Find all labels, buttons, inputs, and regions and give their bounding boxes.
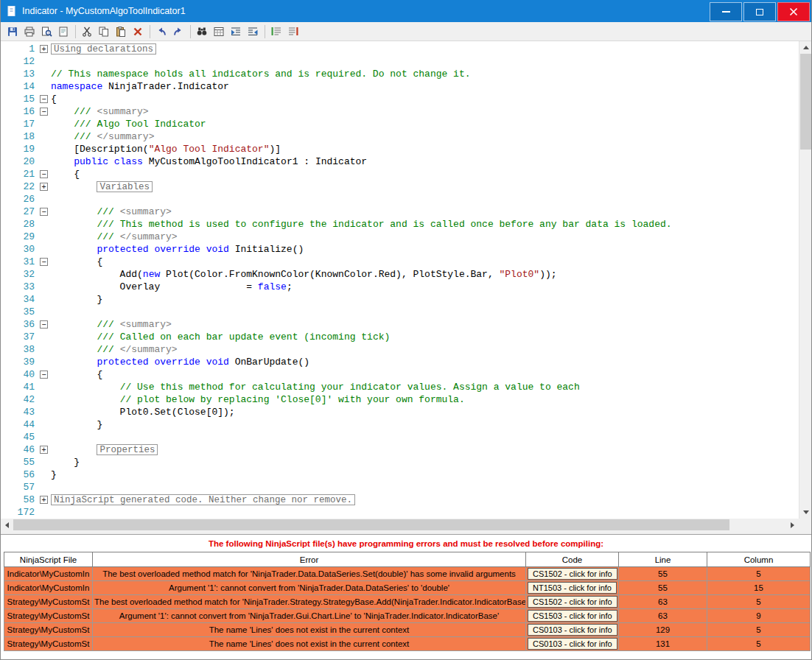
indent-button[interactable] bbox=[228, 24, 244, 40]
line-number: 32 bbox=[1, 268, 39, 281]
fold-collapse-icon[interactable]: − bbox=[40, 170, 48, 178]
line-number: 57 bbox=[1, 481, 39, 494]
close-button[interactable] bbox=[777, 2, 810, 21]
delete-button[interactable] bbox=[130, 24, 146, 40]
find-in-files-button[interactable] bbox=[211, 24, 227, 40]
scroll-left-button[interactable] bbox=[1, 519, 13, 531]
code-line: 14namespace NinjaTrader.Indicator bbox=[1, 80, 799, 93]
down-arrow-icon bbox=[803, 510, 809, 514]
fold-collapse-icon[interactable]: − bbox=[40, 108, 48, 116]
paste-button[interactable] bbox=[113, 24, 129, 40]
save-button[interactable] bbox=[4, 24, 21, 40]
code-line: 39 protected override void OnBarUpdate() bbox=[1, 356, 799, 368]
title-bar[interactable]: Indicator - MyCustomAlgoToolIndicator1 bbox=[1, 0, 811, 22]
line-number: 31 bbox=[1, 256, 39, 268]
scroll-down-button[interactable] bbox=[799, 506, 812, 519]
error-row[interactable]: Strategy\MyCustomStThe name 'Lines' does… bbox=[4, 623, 811, 637]
code-line: 31− { bbox=[1, 256, 799, 268]
window-controls bbox=[708, 2, 810, 21]
fold-collapse-icon[interactable]: − bbox=[40, 95, 48, 103]
horizontal-scrollbar-thumb[interactable] bbox=[13, 519, 729, 530]
copy-icon bbox=[98, 26, 110, 38]
fold-margin bbox=[39, 293, 51, 306]
fold-collapse-icon[interactable]: − bbox=[40, 371, 48, 379]
undo-button[interactable] bbox=[153, 24, 169, 40]
line-number: 41 bbox=[1, 381, 39, 393]
minimize-button[interactable] bbox=[710, 2, 742, 21]
horizontal-scrollbar[interactable] bbox=[1, 519, 799, 531]
fold-collapse-icon[interactable]: − bbox=[40, 258, 48, 266]
error-row[interactable]: Strategy\MyCustomStArgument '1': cannot … bbox=[4, 609, 811, 623]
copy-button[interactable] bbox=[96, 24, 112, 40]
error-column-cell: 5 bbox=[707, 567, 811, 581]
error-code-button[interactable]: CS1502 - click for info bbox=[528, 568, 617, 580]
error-code-button[interactable]: CS0103 - click for info bbox=[528, 624, 617, 636]
comment-button[interactable] bbox=[268, 24, 284, 40]
code-line: 21− { bbox=[1, 168, 799, 180]
code-text: // This namespace holds all indicators a… bbox=[51, 68, 471, 80]
code-text: /// Algo Tool Indicator bbox=[51, 118, 206, 130]
error-row[interactable]: Strategy\MyCustomStThe name 'Lines' does… bbox=[4, 637, 811, 651]
error-file-cell: Strategy\MyCustomSt bbox=[4, 637, 93, 651]
error-code-button[interactable]: CS0103 - click for info bbox=[528, 638, 617, 650]
fold-expand-icon[interactable]: + bbox=[40, 45, 48, 53]
vertical-scrollbar-thumb[interactable] bbox=[800, 54, 811, 150]
editor-zone: 1+Using declarations1213// This namespac… bbox=[1, 41, 811, 519]
column-header-code: Code bbox=[526, 552, 619, 567]
fold-expand-icon[interactable]: + bbox=[40, 446, 48, 454]
code-text: /// This method is used to configure the… bbox=[51, 218, 672, 231]
collapsed-region[interactable]: Using declarations bbox=[51, 43, 156, 55]
fold-margin bbox=[39, 281, 51, 293]
fold-margin bbox=[39, 143, 51, 155]
error-code-button[interactable]: NT1503 - click for info bbox=[528, 582, 617, 594]
error-row[interactable]: Strategy\MyCustomStThe best overloaded m… bbox=[4, 595, 811, 609]
error-file-cell: Indicator\MyCustomIn bbox=[4, 581, 93, 595]
up-arrow-icon bbox=[803, 46, 809, 49]
fold-margin bbox=[39, 243, 51, 256]
code-line: 1+Using declarations bbox=[1, 43, 799, 55]
error-code-button[interactable]: CS1502 - click for info bbox=[528, 596, 617, 608]
fold-margin: + bbox=[39, 180, 51, 193]
find-button[interactable] bbox=[194, 24, 210, 40]
maximize-button[interactable] bbox=[743, 2, 776, 21]
collapsed-region[interactable]: Variables bbox=[97, 181, 153, 192]
toolbar bbox=[1, 22, 811, 41]
scroll-up-button[interactable] bbox=[799, 41, 812, 54]
code-text: Using declarations bbox=[51, 43, 156, 55]
code-line: 40− { bbox=[1, 368, 799, 381]
line-number: 29 bbox=[1, 231, 39, 243]
uncomment-button[interactable] bbox=[285, 24, 301, 40]
error-code-cell: CS0103 - click for info bbox=[526, 623, 619, 637]
code-text: [Description("Algo Tool Indicator")] bbox=[51, 143, 281, 155]
page-setup-button[interactable] bbox=[55, 24, 71, 40]
cut-button[interactable] bbox=[79, 24, 95, 40]
close-icon bbox=[789, 7, 798, 16]
error-code-button[interactable]: CS1503 - click for info bbox=[528, 610, 617, 622]
print-preview-button[interactable] bbox=[38, 24, 55, 40]
print-button[interactable] bbox=[21, 24, 38, 40]
fold-collapse-icon[interactable]: − bbox=[40, 320, 48, 329]
collapsed-region[interactable]: NinjaScript generated code. Neither chan… bbox=[51, 494, 355, 505]
window: Indicator - MyCustomAlgoToolIndicator1 1… bbox=[0, 0, 812, 660]
error-panel: The following NinjaScript file(s) have p… bbox=[1, 534, 811, 659]
error-column-cell: 9 bbox=[707, 609, 811, 623]
line-number: 14 bbox=[1, 80, 39, 93]
fold-expand-icon[interactable]: + bbox=[40, 496, 48, 504]
code-area[interactable]: 1+Using declarations1213// This namespac… bbox=[1, 41, 799, 519]
collapsed-region[interactable]: Properties bbox=[97, 444, 158, 455]
find-icon bbox=[196, 26, 208, 38]
fold-expand-icon[interactable]: + bbox=[40, 183, 48, 191]
redo-button[interactable] bbox=[170, 24, 186, 40]
code-text: /// </summary> bbox=[51, 343, 178, 356]
fold-collapse-icon[interactable]: − bbox=[40, 208, 48, 216]
code-text: /// <summary> bbox=[51, 105, 149, 118]
outdent-button[interactable] bbox=[245, 24, 261, 40]
error-row[interactable]: Indicator\MyCustomInThe best overloaded … bbox=[4, 567, 811, 581]
error-row[interactable]: Indicator\MyCustomInArgument '1': cannot… bbox=[4, 581, 811, 595]
vertical-scrollbar[interactable] bbox=[799, 41, 811, 519]
code-line: 172 bbox=[1, 506, 799, 519]
line-number: 56 bbox=[1, 468, 39, 481]
scroll-right-button[interactable] bbox=[786, 519, 799, 531]
fold-margin bbox=[39, 306, 51, 318]
code-line: 18 /// </summary> bbox=[1, 130, 799, 143]
